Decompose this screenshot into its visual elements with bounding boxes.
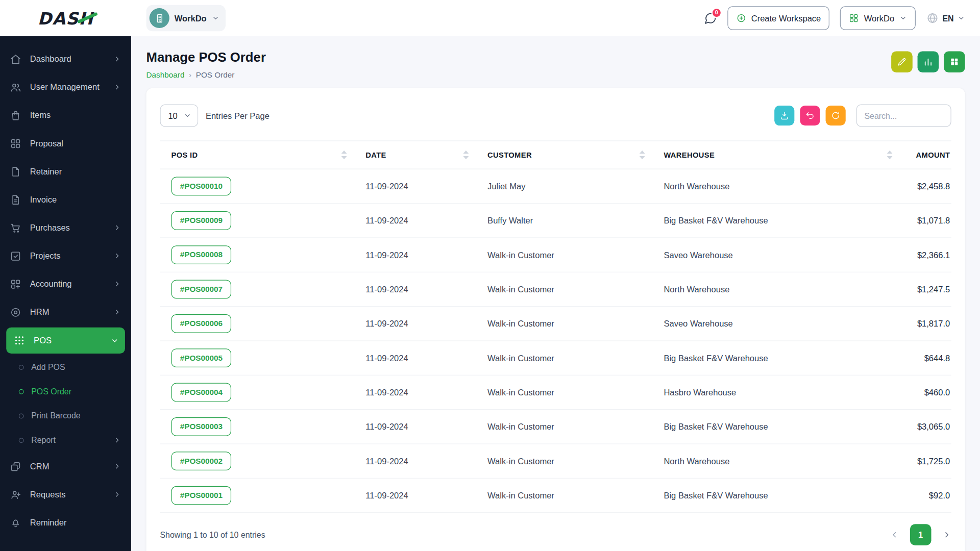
pos-id-badge[interactable]: #POS00006 [172,314,232,333]
breadcrumb-dashboard-link[interactable]: Dashboard [146,70,185,79]
pos-id-badge[interactable]: #POS00003 [172,417,232,436]
sidebar-subitem-report[interactable]: Report [0,428,131,453]
workspace-name: WorkDo [175,13,207,22]
chevron-right-icon [113,490,121,498]
customer-cell: Walk-in Customer [476,388,652,397]
pos-id-badge[interactable]: #POS00008 [172,245,232,264]
sidebar-item-label: CRM [30,462,113,471]
column-label: AMOUNT [916,151,950,159]
grid-view-button[interactable] [944,51,965,72]
edit-button[interactable] [891,51,913,72]
chevron-right-icon [113,436,121,444]
sidebar-item-items[interactable]: Items [0,101,131,129]
chevron-left-icon [890,531,899,539]
file-icon [10,166,22,177]
pos-id-badge[interactable]: #POS00001 [172,486,232,505]
sidebar-subitem-print-barcode[interactable]: Print Barcode [0,404,131,428]
grid-icon [949,57,960,67]
column-header-amount[interactable]: AMOUNT [900,151,951,159]
customer-cell: Walk-in Customer [476,319,652,328]
sidebar-item-requests[interactable]: Requests [0,481,131,509]
table-row: #POS00008 11-09-2024 Walk-in Customer Sa… [160,238,951,272]
amount-cell: $1,817.0 [900,319,951,328]
pos-id-badge[interactable]: #POS00007 [172,280,232,299]
column-label: CUSTOMER [487,151,532,159]
sort-icon [640,151,645,159]
amount-cell: $644.8 [900,353,951,362]
search-input[interactable] [856,104,951,127]
page-number-button[interactable]: 1 [910,524,932,545]
sidebar-item-label: Projects [30,251,113,260]
export-button[interactable] [774,106,794,126]
app-logo[interactable]: DASH [0,9,131,28]
warehouse-cell: Big Basket F&V Warehouse [652,491,900,500]
column-header-customer[interactable]: CUSTOMER [476,151,652,159]
sidebar-item-purchases[interactable]: Purchases [0,214,131,242]
customer-cell: Walk-in Customer [476,250,652,259]
undo-button[interactable] [800,106,820,126]
page-title-block: Manage POS Order Dashboard › POS Order [146,47,266,79]
previous-page-button[interactable] [890,531,899,539]
table-row: #POS00004 11-09-2024 Walk-in Customer Ha… [160,375,951,410]
pos-id-badge[interactable]: #POS00010 [172,177,232,196]
sidebar-subitem-add-pos[interactable]: Add POS [0,355,131,380]
warehouse-cell: Hasbro Warehouse [652,388,900,397]
chevron-down-icon [184,112,191,119]
sidebar-item-user-management[interactable]: User Management [0,73,131,101]
pos-id-badge[interactable]: #POS00002 [172,452,232,470]
warehouse-cell: Big Basket F&V Warehouse [652,216,900,225]
warehouse-cell: Big Basket F&V Warehouse [652,353,900,362]
messages-button[interactable]: 0 [704,12,717,25]
bullet-icon [19,364,24,369]
cart-icon [10,222,22,233]
sidebar-item-hrm[interactable]: HRM [0,298,131,326]
table-actions [774,104,951,127]
grid-icon [849,13,859,23]
workspace-dropdown-button[interactable]: WorkDo [840,6,916,30]
table-footer: Showing 1 to 10 of 10 entries 1 [160,513,951,545]
sidebar-item-proposal[interactable]: Proposal [0,129,131,157]
sidebar-item-label: HRM [30,307,113,316]
entries-per-page-select[interactable]: 10 [160,104,198,127]
create-workspace-button[interactable]: Create Workspace [727,6,829,30]
pos-id-badge[interactable]: #POS00009 [172,211,232,230]
column-label: WAREHOUSE [664,151,715,159]
column-header-pos-id[interactable]: POS ID [160,151,354,159]
next-page-button[interactable] [943,531,951,539]
language-selector[interactable]: EN [926,12,965,24]
file-text-icon [10,194,22,205]
pos-id-badge[interactable]: #POS00004 [172,383,232,402]
sidebar-item-label: POS [34,336,111,345]
date-cell: 11-09-2024 [354,353,476,362]
header-actions: 0 Create Workspace WorkDo EN [704,6,980,30]
sidebar-item-dashboard[interactable]: Dashboard [0,45,131,73]
pos-id-badge[interactable]: #POS00005 [172,348,232,367]
sidebar-item-invoice[interactable]: Invoice [0,186,131,214]
bullet-icon [19,413,24,418]
sidebar-item-label: Accounting [30,279,113,288]
amount-cell: $460.0 [900,388,951,397]
chevron-right-icon [113,83,121,91]
sidebar-item-crm[interactable]: CRM [0,453,131,481]
warehouse-cell: North Warehouse [652,456,900,465]
sidebar-item-projects[interactable]: Projects [0,242,131,270]
sidebar-item-reminder[interactable]: Reminder [0,509,131,537]
workspace-selector[interactable]: WorkDo [146,5,226,31]
warehouse-cell: North Warehouse [652,182,900,191]
check-square-icon [10,250,22,261]
report-button[interactable] [918,51,939,72]
sidebar-item-retainer[interactable]: Retainer [0,158,131,186]
sidebar-item-accounting[interactable]: Accounting [0,270,131,298]
date-cell: 11-09-2024 [354,491,476,500]
refresh-button[interactable] [826,106,846,126]
pos-order-card: 10 Entries Per Page [146,88,965,551]
customer-cell: Walk-in Customer [476,422,652,431]
table-row: #POS00010 11-09-2024 Juliet May North Wa… [160,169,951,204]
column-header-date[interactable]: DATE [354,151,476,159]
column-header-warehouse[interactable]: WAREHOUSE [652,151,900,159]
customer-cell: Buffy Walter [476,216,652,225]
sidebar-item-pos[interactable]: POS [6,328,125,354]
refresh-icon [830,111,841,121]
sidebar-subitem-pos-order[interactable]: POS Order [0,379,131,404]
table-toolbar: 10 Entries Per Page [160,104,951,127]
